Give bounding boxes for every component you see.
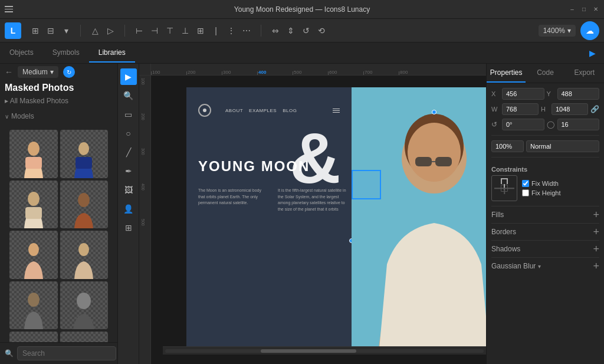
tab-code[interactable]: Code	[526, 64, 564, 83]
opacity-input[interactable]	[491, 140, 524, 152]
search-input[interactable]	[17, 346, 116, 360]
gaussian-blur-label: Gaussian Blur ▾	[491, 262, 541, 270]
tab-libraries[interactable]: Libraries	[89, 44, 135, 63]
avatar-tool[interactable]: 👤	[120, 201, 137, 217]
model-image-4[interactable]	[60, 181, 109, 229]
flip-v-icon[interactable]: ⇕	[284, 24, 298, 38]
component-tool[interactable]: ⊞	[120, 219, 137, 236]
ruler-corner	[139, 64, 151, 76]
y-input[interactable]	[557, 88, 600, 100]
select-tool[interactable]: ▶	[120, 68, 137, 85]
scrollbar-thumb[interactable]	[261, 349, 356, 353]
chevron-down-icon[interactable]: ▾	[59, 24, 73, 38]
design-body-text-2: It is the fifth-largest natural satellit…	[278, 188, 349, 212]
distribute-v-icon[interactable]: ⋯	[239, 24, 254, 38]
canvas-content: & ABOUT EXAMPLES BLOG	[151, 76, 486, 355]
play-icon[interactable]: ▷	[103, 24, 117, 38]
person-illustration	[352, 87, 486, 355]
horizontal-scrollbar[interactable]	[163, 346, 486, 355]
fix-width-check[interactable]: Fix Width	[522, 180, 561, 187]
tab-symbols[interactable]: Symbols	[43, 44, 89, 63]
svg-point-8	[78, 243, 89, 256]
toolbar: L ⊞ ⊟ ▾ △ ▷ ⊢ ⊣ ⊤ ⊥ ⊞ | ⋮ ⋯ ⇔ ⇕ ↺ ⟲ 1400…	[0, 19, 604, 42]
canvas[interactable]: 100 200 300 400 500 600 700 800 100 200 …	[139, 64, 486, 364]
gaussian-blur-chevron-icon[interactable]: ▾	[538, 263, 541, 270]
grid-icon[interactable]: ⊞	[28, 24, 42, 38]
filter-dropdown[interactable]: Medium ▾	[18, 66, 58, 78]
layout-icon[interactable]: ⊟	[44, 24, 58, 38]
x-input[interactable]	[502, 88, 544, 100]
models-section-header[interactable]: Models	[0, 110, 117, 123]
minimize-button[interactable]: –	[569, 6, 576, 13]
svg-point-4	[28, 192, 40, 206]
h-label: H	[541, 106, 549, 113]
model-image-6[interactable]	[60, 231, 109, 279]
constraints-title: Constraints	[491, 162, 599, 175]
select-icon[interactable]: ▶	[585, 46, 599, 60]
filter-chevron-icon: ▾	[50, 68, 54, 76]
close-button[interactable]: ✕	[592, 6, 599, 13]
circle-tool[interactable]: ○	[120, 125, 137, 142]
rotate-icon[interactable]: ↺	[299, 24, 313, 38]
blend-mode-select[interactable]: Normal Multiply Screen Overlay Darken Li…	[526, 140, 599, 152]
sync-button[interactable]: ↻	[63, 66, 75, 78]
fills-add-button[interactable]: +	[593, 209, 599, 220]
tab-properties[interactable]: Properties	[487, 64, 526, 83]
distribute-h-icon[interactable]: ⋮	[224, 24, 238, 38]
corner-input[interactable]	[557, 119, 600, 130]
rotation-input[interactable]	[502, 119, 544, 130]
app-logo: L	[5, 22, 21, 39]
back-button[interactable]: ←	[5, 67, 13, 77]
align-left-icon[interactable]: ⊢	[132, 24, 146, 38]
align-right-icon[interactable]: ⊤	[163, 24, 177, 38]
image-tool[interactable]: 🖼	[120, 182, 137, 198]
tab-export[interactable]: Export	[565, 64, 604, 83]
w-input[interactable]	[502, 103, 539, 115]
align-bottom-icon[interactable]: |	[209, 24, 223, 38]
cloud-button[interactable]: ☁	[580, 21, 599, 40]
design-nav: ABOUT EXAMPLES BLOG	[186, 104, 352, 117]
align-center-icon[interactable]: ⊣	[147, 24, 162, 38]
window-title: Young Moon Redesigned — Icons8 Lunacy	[234, 5, 370, 14]
flip-h-icon[interactable]: ⇔	[268, 24, 283, 38]
svg-point-10	[77, 293, 91, 309]
align-top-icon[interactable]: ⊥	[178, 24, 192, 38]
svg-rect-19	[435, 157, 452, 166]
shadows-add-button[interactable]: +	[593, 244, 599, 254]
h-input[interactable]	[552, 103, 588, 115]
design-mockup[interactable]: & ABOUT EXAMPLES BLOG	[186, 87, 486, 355]
lock-icon[interactable]: 🔗	[590, 105, 599, 113]
model-image-8[interactable]	[60, 281, 109, 330]
model-image-2[interactable]	[60, 130, 109, 178]
separator-2	[124, 25, 125, 37]
svg-rect-5	[25, 207, 42, 219]
tab-objects[interactable]: Objects	[0, 44, 43, 63]
gaussian-blur-add-button[interactable]: +	[593, 261, 599, 271]
borders-add-button[interactable]: +	[593, 227, 599, 237]
library-grid	[0, 123, 117, 342]
model-image-9[interactable]	[9, 332, 58, 342]
maximize-button[interactable]: □	[580, 6, 587, 13]
model-image-1[interactable]	[9, 130, 58, 178]
triangle-icon[interactable]: △	[88, 24, 102, 38]
tabbar: Objects Symbols Libraries ▶	[0, 42, 604, 64]
model-image-10[interactable]	[60, 332, 109, 342]
prop-separator-1	[491, 135, 599, 136]
fix-height-check[interactable]: Fix Height	[522, 189, 561, 196]
fix-height-checkbox[interactable]	[522, 189, 529, 196]
model-image-7[interactable]	[9, 281, 58, 330]
model-image-5[interactable]	[9, 231, 58, 279]
fix-width-checkbox[interactable]	[522, 180, 529, 187]
rectangle-tool[interactable]: ▭	[120, 106, 137, 123]
align-middle-icon[interactable]: ⊞	[193, 24, 208, 38]
menu-icon[interactable]	[5, 6, 13, 12]
zoom-control[interactable]: 1400% ▾	[539, 25, 576, 37]
model-image-3[interactable]	[9, 181, 58, 229]
zoom-tool[interactable]: 🔍	[120, 87, 137, 104]
transform-icon[interactable]: ⟲	[314, 24, 329, 38]
line-tool[interactable]: ╱	[120, 144, 137, 160]
all-photos-link[interactable]: All Masked Photos	[0, 97, 117, 110]
panel-nav: ← Medium ▾ ↻	[0, 64, 117, 83]
pen-tool[interactable]: ✒	[120, 163, 137, 179]
left-toolbar: ▶ 🔍 ▭ ○ ╱ ✒ 🖼 👤 ⊞	[118, 64, 139, 364]
